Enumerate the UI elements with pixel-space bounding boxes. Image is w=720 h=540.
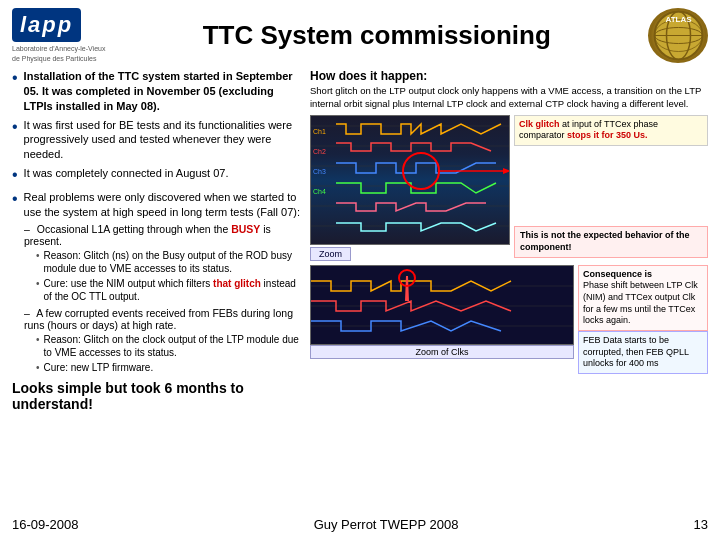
sub-section-2: – A few corrupted events received from F… <box>24 307 302 374</box>
left-column: • Installation of the TTC system started… <box>12 69 302 414</box>
zoom-clks-label: Zoom of Clks <box>310 345 574 359</box>
bullet-item-2: • It was first used for BE tests and its… <box>12 118 302 163</box>
screenshots-area: Ch1 Ch2 Ch3 Ch4 <box>310 115 708 261</box>
bullet-dot-1: • <box>12 67 18 89</box>
right-column: How does it happen: Short glitch on the … <box>310 69 708 414</box>
bullet-text-2: It was first used for BE tests and its f… <box>24 118 302 163</box>
clk-glitch-annotation: Clk glitch at input of TTCex phase compa… <box>514 115 708 146</box>
footer-page-number: 13 <box>694 517 708 532</box>
main-content: • Installation of the TTC system started… <box>12 69 708 414</box>
zoom-screenshot-container: Zoom of Clks <box>310 265 574 375</box>
bullet-section: • Installation of the TTC system started… <box>12 69 302 374</box>
bullet-text-3: It was completely connected in August 07… <box>24 166 229 181</box>
zoom-label: Zoom <box>310 247 351 261</box>
sub-header-1: – Occasional L1A getting through when th… <box>24 223 302 247</box>
slide-footer: 16-09-2008 Guy Perrot TWEPP 2008 13 <box>12 517 708 532</box>
slide: lapp Laboratoire d'Annecy-le-Vieux de Ph… <box>0 0 720 540</box>
lapp-subtitle: Laboratoire d'Annecy-le-Vieux de Physiqu… <box>12 44 105 62</box>
footer-presenter: Guy Perrot TWEPP 2008 <box>314 517 459 532</box>
sub-section-1: – Occasional L1A getting through when th… <box>24 223 302 303</box>
bullet-item-1: • Installation of the TTC system started… <box>12 69 302 114</box>
sub-header-2: – A few corrupted events received from F… <box>24 307 302 331</box>
svg-point-16 <box>403 153 439 189</box>
footer-date: 16-09-2008 <box>12 517 79 532</box>
svg-text:Ch4: Ch4 <box>313 188 326 195</box>
sub-sub-1a: • Reason: Glitch (ns) on the Busy output… <box>36 249 302 275</box>
slide-header: lapp Laboratoire d'Annecy-le-Vieux de Ph… <box>12 8 708 63</box>
bullet-dot-3: • <box>12 164 18 186</box>
svg-text:Ch3: Ch3 <box>313 168 326 175</box>
zoom-row: Zoom of Clks Consequence is Phase shift … <box>310 265 708 375</box>
main-screenshot: Ch1 Ch2 Ch3 Ch4 <box>310 115 510 245</box>
bullet-text-1: Installation of the TTC system started i… <box>24 69 302 114</box>
logo-area: lapp Laboratoire d'Annecy-le-Vieux de Ph… <box>12 8 105 62</box>
how-text: Short glitch on the LTP output clock onl… <box>310 85 708 111</box>
svg-marker-18 <box>503 168 510 174</box>
feb-box: FEB Data starts to be corrupted, then FE… <box>578 331 708 374</box>
zoom-screenshot <box>310 265 574 345</box>
sub-sub-2b: • Cure: new LTP firmware. <box>36 361 302 374</box>
looks-like-text: Looks simple but took 6 months to unders… <box>12 380 302 412</box>
svg-text:Ch2: Ch2 <box>313 148 326 155</box>
screenshot-annotations: Clk glitch at input of TTCex phase compa… <box>514 115 708 261</box>
consequence-box: Consequence is Phase shift between LTP C… <box>578 265 708 331</box>
how-box: How does it happen: Short glitch on the … <box>310 69 708 111</box>
how-title: How does it happen: <box>310 69 708 83</box>
bullet-dot-2: • <box>12 116 18 138</box>
bullet-item-3: • It was completely connected in August … <box>12 166 302 186</box>
page-title: TTC System commissioning <box>105 20 648 51</box>
sub-sub-2a: • Reason: Glitch on the clock output of … <box>36 333 302 359</box>
bullet-item-4: • Real problems were only discovered whe… <box>12 190 302 220</box>
bullet-text-4: Real problems were only discovered when … <box>24 190 302 220</box>
svg-rect-19 <box>311 266 573 345</box>
bullet-dot-4: • <box>12 188 18 210</box>
atlas-logo: ATLAS <box>648 8 708 63</box>
svg-text:ATLAS: ATLAS <box>665 15 692 24</box>
lapp-logo: lapp <box>12 8 81 42</box>
sub-sub-1b: • Cure: use the NIM output which filters… <box>36 277 302 303</box>
main-screenshot-container: Ch1 Ch2 Ch3 Ch4 <box>310 115 510 261</box>
not-expected-annotation: This is not the expected behavior of the… <box>514 226 708 257</box>
zoom-annotations: Consequence is Phase shift between LTP C… <box>578 265 708 375</box>
svg-text:Ch1: Ch1 <box>313 128 326 135</box>
